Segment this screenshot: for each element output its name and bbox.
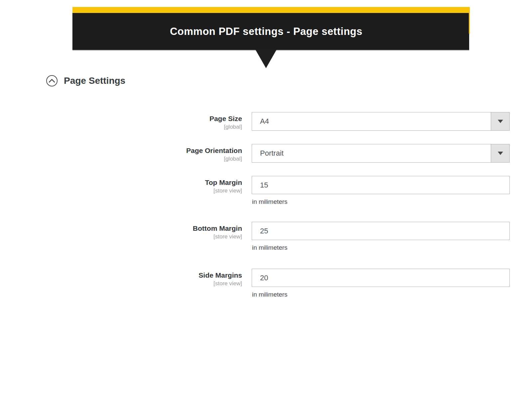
page-size-select[interactable]: A4 [252,112,510,131]
page-orientation-select[interactable]: Portrait [252,144,510,163]
section-header-page-settings[interactable]: Page Settings [46,75,125,86]
side-margins-input[interactable] [252,269,510,287]
banner-accent-stripe [72,7,469,13]
page: Common PDF settings - Page settings Page… [0,0,532,399]
form-row-page-size: Page Size [global] A4 [0,112,532,131]
field-scope: [store view] [0,233,242,240]
page-orientation-select-value: Portrait [252,144,491,162]
top-margin-input[interactable] [252,176,510,194]
chevron-up-circle-icon[interactable] [46,75,58,86]
dropdown-button[interactable] [491,144,509,162]
field-note: in milimeters [252,244,510,251]
form-row-side-margins: Side Margins [store view] in milimeters [0,269,532,298]
field-scope: [global] [0,123,242,131]
tooltip-banner: Common PDF settings - Page settings [72,7,469,50]
chevron-down-icon [498,120,503,123]
field-label: Top Margin [0,178,242,187]
form-row-page-orientation: Page Orientation [global] Portrait [0,144,532,163]
section-title: Page Settings [64,75,125,86]
field-label: Side Margins [0,271,242,280]
field-label-block: Page Orientation [global] [0,144,242,163]
banner-accent-edge [469,7,470,34]
bottom-margin-input[interactable] [252,222,510,240]
tooltip-pointer-icon [255,50,277,68]
page-settings-form: Page Size [global] A4 Page Orientation [… [0,112,532,298]
dropdown-button[interactable] [491,112,509,130]
field-label: Page Orientation [0,146,242,155]
field-label-block: Page Size [global] [0,112,242,131]
field-label-block: Side Margins [store view] [0,269,242,287]
page-size-select-value: A4 [252,112,491,130]
form-row-top-margin: Top Margin [store view] in milimeters [0,176,532,205]
field-scope: [store view] [0,280,242,287]
banner-title: Common PDF settings - Page settings [170,26,362,38]
field-note: in milimeters [252,291,510,298]
chevron-down-icon [498,152,503,155]
field-scope: [store view] [0,187,242,195]
field-note: in milimeters [252,198,510,205]
field-label: Bottom Margin [0,224,242,233]
field-label: Page Size [0,114,242,123]
field-label-block: Top Margin [store view] [0,176,242,195]
banner: Common PDF settings - Page settings [72,13,469,50]
field-scope: [global] [0,155,242,163]
form-row-bottom-margin: Bottom Margin [store view] in milimeters [0,222,532,251]
field-label-block: Bottom Margin [store view] [0,222,242,240]
